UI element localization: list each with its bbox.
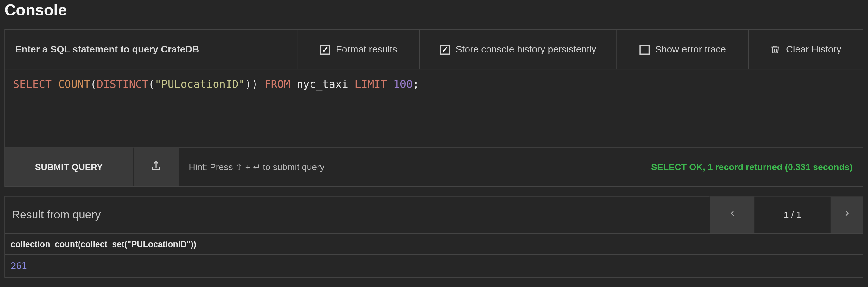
results-header: Result from query 1 / 1 <box>5 196 863 234</box>
toolbar: Enter a SQL statement to query CrateDB F… <box>5 30 863 70</box>
console-panel: Enter a SQL statement to query CrateDB F… <box>4 29 863 187</box>
toolbar-prompt: Enter a SQL statement to query CrateDB <box>5 30 298 69</box>
checkbox-unchecked-icon <box>640 44 650 55</box>
submit-query-button[interactable]: SUBMIT QUERY <box>5 148 133 186</box>
trash-icon <box>770 44 780 55</box>
page-indicator: 1 / 1 <box>754 196 830 233</box>
persist-history-label: Store console history persistently <box>456 44 596 55</box>
clear-history-label: Clear History <box>786 44 841 55</box>
action-bar: SUBMIT QUERY Hint: Press ⇧ + ↵ to submit… <box>5 147 863 186</box>
checkbox-checked-icon <box>320 44 330 55</box>
result-column-header: collection_count(collect_set("PULocation… <box>5 234 863 255</box>
page-title: Console <box>4 1 863 19</box>
persist-history-toggle[interactable]: Store console history persistently <box>420 30 617 69</box>
error-trace-toggle[interactable]: Show error trace <box>617 30 749 69</box>
format-results-label: Format results <box>336 44 397 55</box>
sql-editor[interactable]: SELECT COUNT(DISTINCT("PULocationID")) F… <box>5 69 863 147</box>
checkbox-checked-icon <box>440 44 450 55</box>
query-status: SELECT OK, 1 record returned (0.331 seco… <box>651 162 852 172</box>
share-button[interactable] <box>133 148 179 186</box>
result-row: 261 <box>5 255 863 277</box>
chevron-right-icon <box>841 208 851 221</box>
action-info: Hint: Press ⇧ + ↵ to submit query SELECT… <box>179 148 863 186</box>
share-icon <box>150 158 162 176</box>
results-title: Result from query <box>5 196 709 233</box>
chevron-left-icon <box>727 208 737 221</box>
results-panel: Result from query 1 / 1 collection_count… <box>4 196 863 278</box>
clear-history-button[interactable]: Clear History <box>749 30 863 69</box>
next-page-button[interactable] <box>830 196 863 233</box>
error-trace-label: Show error trace <box>655 44 726 55</box>
prev-page-button[interactable] <box>709 196 754 233</box>
format-results-toggle[interactable]: Format results <box>298 30 420 69</box>
submit-hint: Hint: Press ⇧ + ↵ to submit query <box>189 162 324 172</box>
